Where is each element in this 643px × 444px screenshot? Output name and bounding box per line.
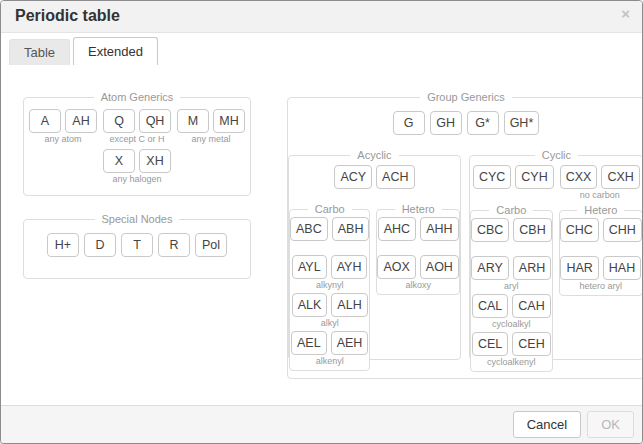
button-q[interactable]: Q [103, 109, 135, 133]
pair-group: AEL AEH alkenyl [290, 331, 369, 367]
button-pol[interactable]: Pol [195, 233, 227, 257]
pair-label [560, 243, 642, 254]
close-icon[interactable]: × [621, 6, 630, 21]
button-ary[interactable]: ARY [471, 256, 508, 280]
group-generics-columns: Acyclic ACY ACH Carbo ABC ABH [288, 149, 643, 360]
button-g[interactable]: G [393, 111, 425, 135]
group-generics-row: G GH G* GH* [288, 111, 643, 135]
hetero-legend: Hetero [395, 203, 442, 215]
ok-button[interactable]: OK [587, 411, 634, 438]
pair-label [377, 242, 459, 253]
cyclic-carbo-fieldset: Carbo CBC CBH ARY ARH [470, 204, 553, 372]
button-ahc[interactable]: AHC [378, 217, 416, 241]
button-arh[interactable]: ARH [513, 256, 551, 280]
pair-group-any-halogen: X XH any halogen [103, 149, 171, 185]
special-nodes-legend: Special Nodes [95, 213, 180, 225]
acyclic-legend: Acyclic [350, 149, 398, 161]
button-ayh[interactable]: AYH [331, 255, 368, 279]
cancel-button[interactable]: Cancel [513, 411, 581, 438]
button-ayl[interactable]: AYL [292, 255, 327, 279]
button-cyh[interactable]: CYH [515, 165, 553, 189]
carbo-legend: Carbo [308, 203, 352, 215]
button-hah[interactable]: HAH [603, 256, 641, 280]
pair-label: cycloalkyl [471, 319, 552, 330]
button-d[interactable]: D [84, 233, 116, 257]
hetero-legend: Hetero [577, 204, 624, 216]
pair-label [471, 243, 552, 254]
button-abc[interactable]: ABC [290, 217, 328, 241]
pair-label: any metal [177, 134, 245, 145]
button-ahh[interactable]: AHH [420, 217, 458, 241]
button-cbc[interactable]: CBC [471, 218, 509, 242]
pair-label: except C or H [103, 134, 171, 145]
cyclic-fieldset: Cyclic CYC CYH CXX CXH no [469, 149, 643, 360]
atom-generics-row2: X XH any halogen [24, 149, 250, 185]
button-abh[interactable]: ABH [332, 217, 370, 241]
button-acy[interactable]: ACY [334, 165, 372, 189]
cyclic-legend: Cyclic [535, 149, 578, 161]
pair-group: HAR HAH hetero aryl [560, 256, 642, 292]
button-har[interactable]: HAR [560, 256, 598, 280]
tab-extended[interactable]: Extended [73, 37, 158, 65]
button-gh[interactable]: GH [430, 111, 462, 135]
pair-label: alkyl [290, 318, 369, 329]
button-ceh[interactable]: CEH [512, 332, 550, 356]
pair-group: CYC CYH [473, 165, 554, 201]
button-m[interactable]: M [177, 109, 209, 133]
button-ah[interactable]: AH [65, 109, 97, 133]
dialog-title: Periodic table [15, 7, 120, 25]
pair-group: ARY ARH aryl [471, 256, 552, 292]
pair-group-any-atom: A AH any atom [29, 109, 97, 145]
button-cal[interactable]: CAL [472, 294, 508, 318]
button-ael[interactable]: AEL [291, 331, 327, 355]
carbo-legend: Carbo [489, 204, 533, 216]
button-chh[interactable]: CHH [603, 218, 642, 242]
button-chc[interactable]: CHC [560, 218, 599, 242]
pair-group-except-c-or-h: Q QH except C or H [103, 109, 171, 145]
button-qh[interactable]: QH [139, 109, 171, 133]
pair-group: AYL AYH alkynyl [290, 255, 369, 291]
pair-group: CEL CEH cycloalkenyl [471, 332, 552, 368]
button-aoh[interactable]: AOH [420, 255, 459, 279]
atom-generics-row1: A AH any atom Q QH except C or H M MH an… [24, 109, 250, 145]
button-cah[interactable]: CAH [512, 294, 550, 318]
acyclic-row: ACY ACH [289, 165, 460, 189]
pair-group-any-metal: M MH any metal [177, 109, 245, 145]
dialog-footer: Cancel OK [1, 405, 642, 443]
pair-label: any atom [29, 134, 97, 145]
button-g-star[interactable]: G* [467, 111, 499, 135]
button-alk[interactable]: ALK [292, 293, 328, 317]
acyclic-carbo-fieldset: Carbo ABC ABH AYL AYH [289, 203, 370, 371]
button-ach[interactable]: ACH [376, 165, 414, 189]
button-aox[interactable]: AOX [377, 255, 415, 279]
button-cyc[interactable]: CYC [473, 165, 511, 189]
button-r[interactable]: R [158, 233, 190, 257]
button-cel[interactable]: CEL [472, 332, 508, 356]
button-aeh[interactable]: AEH [331, 331, 369, 355]
acyclic-fieldset: Acyclic ACY ACH Carbo ABC ABH [288, 149, 461, 360]
button-cxh[interactable]: CXH [601, 165, 639, 189]
button-cxx[interactable]: CXX [560, 165, 598, 189]
button-gh-star[interactable]: GH* [504, 111, 540, 135]
button-alh[interactable]: ALH [331, 293, 367, 317]
pair-group: ALK ALH alkyl [290, 293, 369, 329]
button-x[interactable]: X [103, 149, 135, 173]
pair-group: ABC ABH [290, 217, 369, 253]
pair-label [473, 190, 554, 201]
button-a[interactable]: A [29, 109, 61, 133]
pair-label: alkoxy [377, 280, 459, 291]
button-xh[interactable]: XH [139, 149, 171, 173]
dialog-titlebar: Periodic table × [1, 1, 642, 33]
button-t[interactable]: T [121, 233, 153, 257]
acyclic-hetero-fieldset: Hetero AHC AHH AOX AOH [376, 203, 460, 295]
special-nodes-fieldset: Special Nodes H+ D T R Pol [23, 213, 251, 279]
cyclic-columns: Carbo CBC CBH ARY ARH [470, 204, 643, 372]
cyclic-hetero-fieldset: Hetero CHC CHH HAR HAH [559, 204, 643, 296]
tab-table[interactable]: Table [9, 39, 70, 65]
button-h-plus[interactable]: H+ [47, 233, 79, 257]
pair-group: CAL CAH cycloalkyl [471, 294, 552, 330]
pair-label [290, 242, 369, 253]
pair-label: hetero aryl [560, 281, 642, 292]
button-cbh[interactable]: CBH [513, 218, 551, 242]
button-mh[interactable]: MH [213, 109, 245, 133]
